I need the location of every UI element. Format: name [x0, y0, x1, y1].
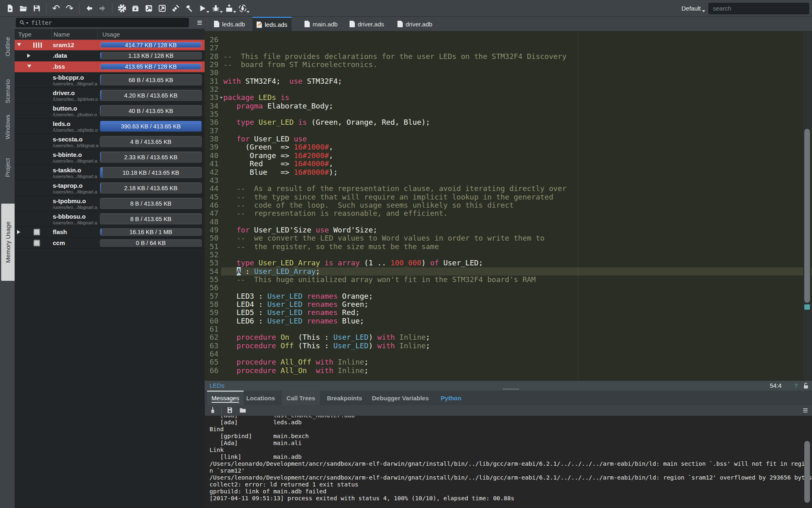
code-line-37[interactable]: 37: [205, 127, 812, 135]
current-entity-link[interactable]: LEDs: [209, 382, 225, 389]
code-line-30[interactable]: 30: [205, 69, 812, 77]
code-line-28[interactable]: 28-- This file provides declarations for…: [205, 52, 812, 61]
code-line-62[interactable]: 62 procedure On (This : User_LED) with I…: [205, 333, 812, 341]
undo-icon[interactable]: ↶: [52, 0, 61, 17]
back-icon[interactable]: [84, 0, 94, 17]
code-line-53[interactable]: 53 type User_LED_Array is array (1 .. 10…: [205, 259, 812, 267]
console-scrollbar[interactable]: [803, 416, 811, 508]
expand-triangle-icon[interactable]: [17, 230, 20, 234]
code-line-42[interactable]: 42 Blue => 16#8000#);: [205, 168, 812, 176]
save-icon[interactable]: [32, 0, 41, 17]
code-line-32[interactable]: 32: [205, 85, 812, 93]
code-line-64[interactable]: 64: [205, 350, 812, 358]
code-line-46[interactable]: 46 -- code of the loop. Such usage seems…: [205, 201, 812, 209]
memory-row-s-taprop.o[interactable]: s-taprop.o/users/leo.../libgnarl.a2.18 K…: [15, 180, 205, 196]
build-main-icon[interactable]: [144, 0, 153, 17]
memory-row-button.o[interactable]: button.o/Users/leo...j/button.o40 B / 41…: [15, 103, 205, 119]
memory-row-sram12[interactable]: sram12414.77 KB / 128 KB: [15, 40, 205, 50]
memory-row-.bss[interactable]: .bss413.65 KB / 128 KB: [15, 61, 205, 72]
column-name[interactable]: Name: [54, 31, 70, 38]
code-line-51[interactable]: 51 -- the register, so the size must be …: [205, 243, 812, 251]
bottom-tab-locations[interactable]: Locations: [244, 391, 278, 405]
redo-icon[interactable]: ↷: [65, 0, 74, 17]
debug-bug-icon[interactable]: [211, 0, 220, 17]
code-line-56[interactable]: 56: [205, 284, 812, 292]
code-line-54[interactable]: 54 A : User_LED_Array;: [205, 267, 812, 276]
build-all-icon[interactable]: [158, 0, 167, 17]
perspective-selector[interactable]: Default: [681, 5, 701, 12]
code-line-63[interactable]: 63 procedure Off (This : User_LED) with …: [205, 342, 812, 350]
column-type[interactable]: Type: [18, 31, 32, 38]
memory-row-leds.o[interactable]: leds.o/Users/leo...obj/leds.o390.63 KB /…: [15, 119, 205, 134]
panel-menu-icon[interactable]: ≡: [197, 17, 202, 28]
code-line-29[interactable]: 29-- board from ST Microelectronics.: [205, 61, 812, 69]
memory-row-s-tpobmu.o[interactable]: s-tpobmu.o/users/leo.../libgnarl.a8 B / …: [15, 196, 205, 211]
code-line-36[interactable]: 36 type User_LED is (Green, Orange, Red,…: [205, 118, 812, 126]
code-line-60[interactable]: 60 LED6 : User_LED renames Blue;: [205, 317, 812, 325]
save-page-icon[interactable]: [226, 406, 234, 415]
collapse-triangle-icon[interactable]: [27, 65, 31, 68]
code-line-50[interactable]: 50 -- we convert the LED values to Word …: [205, 234, 812, 242]
tools-hammer-icon[interactable]: [184, 0, 194, 17]
code-line-59[interactable]: 59 LED5 : User_LED renames Red;: [205, 308, 812, 317]
global-search-input[interactable]: search: [708, 3, 809, 14]
code-line-40[interactable]: 40 Orange => 16#2000#,: [205, 152, 812, 160]
code-line-38[interactable]: 38 for User_LED use: [205, 135, 812, 143]
memory-row-s-bbcppr.o[interactable]: s-bbcppr.o/users/leo.../libgnarl.a68 B /…: [15, 72, 205, 88]
flash-to-board-icon[interactable]: [225, 0, 234, 17]
messages-console[interactable]: [ada] last_chance_handler.adb [ada] leds…: [205, 416, 812, 508]
code-line-61[interactable]: 61: [205, 325, 812, 333]
sidebar-tab-memory-usage[interactable]: Memory Usage: [1, 204, 15, 281]
forward-icon[interactable]: [98, 0, 107, 17]
editor-tab-driver.adb[interactable]: driver.adb: [393, 17, 436, 31]
sidebar-tab-scenario[interactable]: Scenario: [0, 73, 15, 110]
bottom-tab-call-trees[interactable]: Call Trees: [282, 391, 320, 405]
sidebar-tab-outline[interactable]: Outline: [0, 30, 15, 63]
bottom-tab-debugger-variables[interactable]: Debugger Variables: [369, 391, 431, 405]
code-line-55[interactable]: 55 -- This huge unitialized array won't …: [205, 276, 812, 284]
debug-on-board-icon[interactable]: [238, 0, 247, 17]
scrollbar-thumb[interactable]: [804, 441, 810, 503]
collapse-triangle-icon[interactable]: [17, 43, 21, 46]
code-line-57[interactable]: 57 LED3 : User_LED renames Orange;: [205, 292, 812, 300]
code-line-44[interactable]: 44 -- As a result of the representation …: [205, 185, 812, 193]
fold-marker-icon[interactable]: [218, 93, 223, 102]
code-line-45[interactable]: 45 -- the type since that will require a…: [205, 193, 812, 201]
code-line-49[interactable]: 49 for User_LED'Size use Word'Size;: [205, 226, 812, 234]
memory-row-s-bbinte.o[interactable]: s-bbinte.o/users/leo.../libgnarl.a2.33 K…: [15, 150, 205, 165]
sidebar-tab-windows[interactable]: Windows: [0, 108, 15, 146]
code-line-66[interactable]: 66 procedure All_On with Inline;: [205, 367, 812, 375]
scrollbar-thumb[interactable]: [804, 129, 810, 303]
run-play-icon[interactable]: [198, 0, 207, 17]
editor-tab-driver.ads[interactable]: driver.ads: [346, 17, 388, 31]
expand-triangle-icon[interactable]: [27, 54, 30, 58]
open-folder-small-icon[interactable]: [239, 406, 247, 415]
bottom-tab-python[interactable]: Python: [436, 391, 466, 405]
source-editor[interactable]: 262728-- This file provides declarations…: [205, 31, 812, 380]
bottom-tab-messages[interactable]: Messages: [207, 391, 244, 405]
code-line-35[interactable]: 35: [205, 110, 812, 118]
editor-tab-leds.adb[interactable]: leds.adb: [210, 17, 249, 31]
bottom-tab-breakpoints[interactable]: Breakpoints: [324, 391, 365, 405]
clean-broom-icon[interactable]: [171, 0, 180, 17]
code-line-34[interactable]: 34 pragma Elaborate_Body;: [205, 102, 812, 110]
code-line-48[interactable]: 48: [205, 218, 812, 226]
panel-drag-handle[interactable]: [503, 389, 519, 390]
code-line-52[interactable]: 52: [205, 251, 812, 259]
column-usage[interactable]: Usage: [102, 31, 120, 38]
editor-scrollbar[interactable]: [803, 31, 811, 380]
open-folder-icon[interactable]: [19, 0, 28, 17]
code-line-31[interactable]: 31with STM32F4; use STM32F4;: [205, 77, 812, 85]
editor-tab-leds.ads[interactable]: leds.ads: [253, 17, 292, 31]
code-line-33[interactable]: 33package LEDs is: [205, 93, 812, 102]
console-menu-icon[interactable]: ≡: [803, 405, 808, 416]
sidebar-tab-project[interactable]: Project: [0, 152, 15, 183]
memory-row-s-taskin.o[interactable]: s-taskin.o/users/leo.../libgnarl.a10.18 …: [15, 165, 205, 180]
code-line-43[interactable]: 43: [205, 176, 812, 185]
code-line-27[interactable]: 27: [205, 44, 812, 52]
package-install-icon[interactable]: [131, 0, 140, 17]
code-line-65[interactable]: 65 procedure All_Off with Inline;: [205, 358, 812, 366]
code-line-58[interactable]: 58 LED4 : User_LED renames Green;: [205, 300, 812, 308]
new-file-icon[interactable]: [5, 0, 15, 17]
memory-row-s-bbbosu.o[interactable]: s-bbbosu.o/users/leo.../libgnarl.a8 B / …: [15, 211, 205, 227]
